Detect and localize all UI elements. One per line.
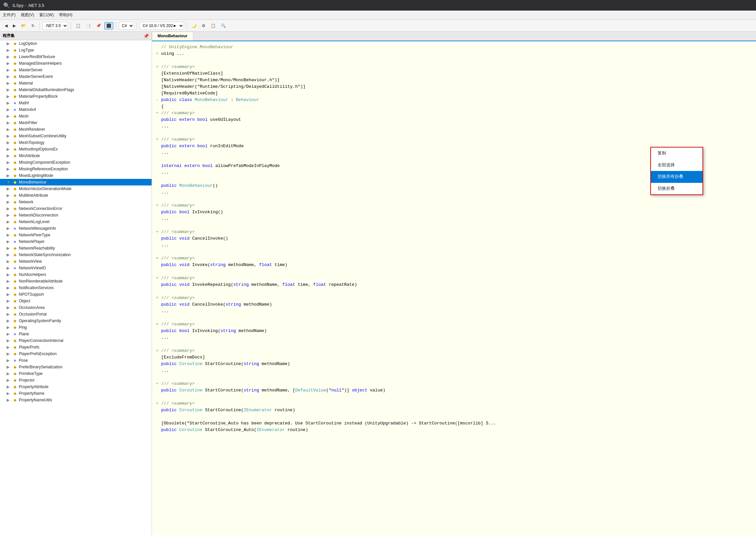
expand-icon[interactable]: ▶ <box>7 305 12 310</box>
tree-item-networkreachability[interactable]: ▶ ◆ NetworkReachability <box>0 245 152 251</box>
pin-button[interactable]: 📌 <box>94 22 103 29</box>
expand-icon[interactable]: ▶ <box>7 398 12 402</box>
tree-item-meshrenderer[interactable]: ▶ ◆ MeshRenderer <box>0 126 152 133</box>
context-menu-item-toggleAllFolds[interactable]: 切换所有折叠 <box>651 171 702 183</box>
expand-icon[interactable]: ▶ <box>7 68 12 72</box>
tree-item-networkloglevel[interactable]: ▶ ◆ NetworkLogLevel <box>0 218 152 225</box>
tree-item-minattribute[interactable]: ▶ ◆ MinAttribute <box>0 152 152 159</box>
menu-help[interactable]: 帮助(H) <box>59 12 73 18</box>
expand-icon[interactable]: ▶ <box>7 285 12 290</box>
expand-icon[interactable]: ▶ <box>7 226 12 231</box>
expand-icon[interactable]: ▶ <box>7 48 12 52</box>
forward-button[interactable]: ▶ <box>11 22 18 29</box>
expand-icon[interactable]: ▶ <box>7 365 12 369</box>
expand-icon[interactable]: ▶ <box>7 213 12 217</box>
expand-icon[interactable]: ▶ <box>7 246 12 251</box>
tree-item-projector[interactable]: ▶ ◆ Projector <box>0 377 152 384</box>
expand-icon[interactable]: ▶ <box>7 81 12 85</box>
tree-item-mixedlightingmode[interactable]: ▶ ◆ MixedLightingMode <box>0 172 152 179</box>
expand-icon[interactable]: ▶ <box>7 127 12 132</box>
expand-icon[interactable]: ▶ <box>7 292 12 297</box>
tree-item-materialglobalilluminationflags[interactable]: ▶ ◆ MaterialGlobalIlluminationFlags <box>0 86 152 93</box>
tree-item-npotsupport[interactable]: ▶ ◆ NPOTSupport <box>0 291 152 298</box>
tree-item-methodimploptionsex[interactable]: ▶ ◆ MethodImplOptionsEx <box>0 146 152 152</box>
menu-window[interactable]: 窗口(W) <box>39 12 54 18</box>
expand-icon[interactable]: ▶ <box>7 101 12 105</box>
tree-item-missingcomponentexception[interactable]: ▶ ◆ MissingComponentException <box>0 159 152 166</box>
tree-item-network[interactable]: ▶ ◆ Network <box>0 199 152 205</box>
expand-icon[interactable]: ▶ <box>7 120 12 125</box>
context-menu-item-selectAll[interactable]: 全部选择 <box>651 159 702 171</box>
expand-icon[interactable]: ▶ <box>7 371 12 376</box>
tree-item-object[interactable]: ▶ ◆ Object <box>0 298 152 304</box>
context-menu-item-copy[interactable]: 复制 <box>651 148 702 159</box>
expand-icon[interactable]: ▶ <box>7 325 12 330</box>
expand-icon[interactable]: ▶ <box>7 358 12 363</box>
tree-item-propertyname[interactable]: ▶ ◆ PropertyName <box>0 390 152 397</box>
expand-icon[interactable]: ▶ <box>7 351 12 356</box>
code-expand-btn[interactable]: + <box>156 64 161 70</box>
expand-icon[interactable]: ▶ <box>7 61 12 66</box>
code-expand-btn[interactable]: + <box>156 348 161 354</box>
tree-item-occlusionportal[interactable]: ▶ ◆ OcclusionPortal <box>0 311 152 318</box>
language-select[interactable]: C# <box>119 22 134 30</box>
code-expand-btn[interactable]: + <box>156 202 161 209</box>
tree-item-networkstatesynchronization[interactable]: ▶ ◆ NetworkStateSynchronization <box>0 251 152 258</box>
expand-icon[interactable]: ▶ <box>7 391 12 396</box>
expand-icon[interactable]: ▶ <box>7 147 12 151</box>
expand-icon[interactable]: ▼ <box>7 180 12 184</box>
tree-item-mathf[interactable]: ▶ ■ Mathf <box>0 100 152 106</box>
code-expand-btn[interactable]: + <box>156 229 161 235</box>
code-expand-btn[interactable]: + <box>156 255 161 262</box>
tree-item-preferbinaryserialization[interactable]: ▶ ◆ PreferBinarySerialization <box>0 364 152 370</box>
tree-item-logoption[interactable]: ▶ ◆ LogOption <box>0 40 152 47</box>
expand-icon[interactable]: ▶ <box>7 114 12 118</box>
code-expand-btn[interactable]: + <box>156 400 161 407</box>
tree-item-motionvectorgenerationmode[interactable]: ▶ ◆ MotionVectorGenerationMode <box>0 185 152 192</box>
expand-icon[interactable]: ▶ <box>7 338 12 343</box>
code-expand-btn[interactable]: + <box>156 50 161 57</box>
tree-item-networkviewid[interactable]: ▶ ■ NetworkViewID <box>0 265 152 271</box>
tree-container[interactable]: ▶ ◆ LogOption ▶ ◆ LogType ▶ ◆ LowerResBl… <box>0 40 152 535</box>
tree-item-propertyattribute[interactable]: ▶ ◆ PropertyAttribute <box>0 384 152 390</box>
tree-item-lowerresblittexture[interactable]: ▶ ◆ LowerResBlitTexture <box>0 53 152 60</box>
tree-item-materialpropertyblock[interactable]: ▶ ◆ MaterialPropertyBlock <box>0 93 152 100</box>
tree-item-missingreferenceexception[interactable]: ▶ ◆ MissingReferenceException <box>0 166 152 172</box>
tree-item-meshtopology[interactable]: ▶ ◆ MeshTopology <box>0 139 152 146</box>
expand-icon[interactable]: ▶ <box>7 312 12 317</box>
tree-item-operatingsystemfamily[interactable]: ▶ ◆ OperatingSystemFamily <box>0 318 152 324</box>
refresh-button[interactable]: ↻ <box>29 22 37 29</box>
menu-view[interactable]: 视图(V) <box>21 12 34 18</box>
tree-item-playerprefs[interactable]: ▶ ◆ PlayerPrefs <box>0 344 152 351</box>
open-button[interactable]: 📂 <box>19 22 28 29</box>
tree-item-noallochelpers[interactable]: ▶ ◆ NoAllocHelpers <box>0 271 152 278</box>
tree-item-masterserverevent[interactable]: ▶ ◆ MasterServerEvent <box>0 73 152 80</box>
expand-icon[interactable]: ▶ <box>7 167 12 171</box>
expand-icon[interactable]: ▶ <box>7 272 12 277</box>
expand-icon[interactable]: ▶ <box>7 41 12 46</box>
tree-item-meshsubsetcombineutility[interactable]: ▶ ◆ MeshSubsetCombineUtility <box>0 133 152 139</box>
expand-icon[interactable]: ▶ <box>7 200 12 204</box>
tree-item-matrix4x4[interactable]: ▶ ■ Matrix4x4 <box>0 106 152 113</box>
pin-icon[interactable]: 📌 <box>143 33 149 39</box>
code-expand-btn[interactable]: + <box>156 321 161 328</box>
expand-icon[interactable]: ▶ <box>7 94 12 99</box>
tree-item-networkdisconnection[interactable]: ▶ ◆ NetworkDisconnection <box>0 212 152 218</box>
expand-icon[interactable]: ▶ <box>7 252 12 257</box>
expand-icon[interactable]: ▶ <box>7 233 12 237</box>
expand-icon[interactable]: ▶ <box>7 378 12 383</box>
expand-icon[interactable]: ▶ <box>7 193 12 198</box>
expand-icon[interactable]: ▶ <box>7 219 12 224</box>
expand-icon[interactable]: ▶ <box>7 173 12 178</box>
tree-item-networkview[interactable]: ▶ ◆ NetworkView <box>0 258 152 265</box>
context-menu-item-toggleFold[interactable]: 切换折叠 <box>651 183 702 195</box>
language-version-select[interactable]: C# 10.0 / VS 202► <box>140 22 184 30</box>
expand-icon[interactable]: ▶ <box>7 318 12 323</box>
tree-item-ping[interactable]: ▶ ◆ Ping <box>0 324 152 331</box>
expand-icon[interactable]: ▶ <box>7 160 12 165</box>
expand-icon[interactable]: ▶ <box>7 134 12 138</box>
tree-item-occlusionarea[interactable]: ▶ ◆ OcclusionArea <box>0 304 152 311</box>
tree-item-notificationservices[interactable]: ▶ ◆ NotificationServices <box>0 284 152 291</box>
assembly-list-button[interactable]: 📋 <box>74 22 83 29</box>
tab-monobehaviour[interactable]: MonoBehaviour <box>152 32 193 41</box>
